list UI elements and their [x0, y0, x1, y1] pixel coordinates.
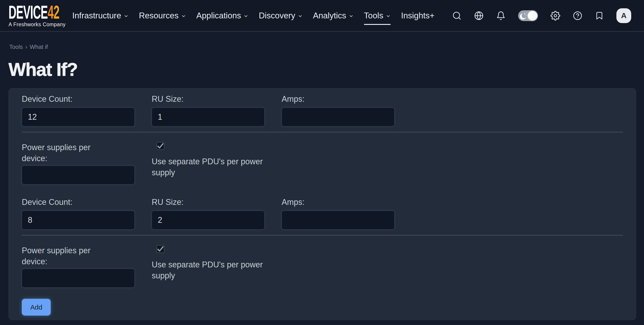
amps-field-2: Amps:: [282, 197, 394, 230]
amps-input-1[interactable]: [282, 108, 394, 126]
separate-pdu-label: Use separate PDU's per power supply: [152, 259, 264, 281]
avatar[interactable]: A: [616, 8, 631, 23]
settings-gear-icon[interactable]: [550, 11, 560, 21]
device-count-label: Device Count:: [22, 197, 135, 207]
device-count-field-1: Device Count:: [22, 94, 135, 126]
chevron-down-icon: [124, 14, 128, 18]
notifications-bell-icon[interactable]: [496, 11, 506, 20]
nav-analytics-label: Analytics: [313, 11, 346, 20]
ru-size-input-2[interactable]: [152, 211, 264, 230]
bookmark-icon[interactable]: [595, 11, 604, 20]
separate-pdu-group-1: Use separate PDU's per power supply: [152, 142, 264, 184]
ru-size-field-2: RU Size:: [152, 197, 264, 230]
separate-pdu-label: Use separate PDU's per power supply: [152, 156, 264, 178]
chevron-down-icon: [386, 14, 391, 18]
nav-resources-label: Resources: [139, 11, 178, 20]
nav-infrastructure[interactable]: Infrastructure: [72, 11, 128, 20]
page-title: What If?: [8, 60, 636, 79]
breadcrumb-current: What if: [30, 43, 48, 50]
moon-icon: [520, 12, 527, 20]
device-count-field-2: Device Count:: [22, 197, 135, 230]
device-count-input-2[interactable]: [22, 211, 135, 230]
nav-applications-label: Applications: [196, 11, 241, 20]
top-nav-bar: DEVICE42 A Freshworks Company Infrastruc…: [0, 0, 644, 32]
entry-2-counts-row: Device Count: RU Size: Amps:: [22, 197, 623, 230]
nav-insights-label: Insights+: [401, 11, 434, 20]
device42-logo-accent: 42: [48, 1, 59, 23]
entry-1-power-row: Power supplies per device: Use separate …: [22, 142, 623, 184]
device-count-input-1[interactable]: [22, 108, 135, 126]
separate-pdu-checkbox-2[interactable]: [156, 245, 164, 253]
nav-insights[interactable]: Insights+: [401, 11, 434, 20]
ru-size-label: RU Size:: [152, 94, 264, 104]
header-icons: A: [452, 8, 631, 23]
nav-applications[interactable]: Applications: [196, 11, 248, 20]
add-button[interactable]: Add: [22, 299, 51, 316]
page-content: Tools › What if What If? Device Count: R…: [0, 43, 644, 320]
amps-label: Amps:: [282, 94, 394, 104]
nav-discovery-label: Discovery: [259, 11, 295, 20]
separate-pdu-checkbox-1[interactable]: [156, 142, 164, 150]
main-nav: Infrastructure Resources Applications Di…: [72, 11, 434, 20]
device42-logo[interactable]: DEVICE42 A Freshworks Company: [8, 3, 63, 27]
ru-size-label: RU Size:: [152, 197, 264, 207]
help-icon[interactable]: [573, 11, 582, 20]
chevron-down-icon: [349, 14, 354, 18]
power-supplies-field-1: Power supplies per device:: [22, 142, 135, 184]
power-supplies-field-2: Power supplies per device:: [22, 245, 135, 288]
nav-infrastructure-label: Infrastructure: [72, 11, 121, 20]
nav-tools[interactable]: Tools: [364, 11, 391, 20]
power-supplies-label: Power supplies per device:: [22, 142, 105, 164]
divider: [22, 132, 623, 132]
toggle-knob: [528, 11, 537, 20]
divider: [22, 235, 623, 236]
device-count-label: Device Count:: [22, 94, 135, 104]
device42-logo-text: DEVICE42: [8, 3, 40, 21]
entry-2-power-row: Power supplies per device: Use separate …: [22, 245, 623, 288]
globe-icon[interactable]: [474, 11, 484, 20]
amps-label: Amps:: [282, 197, 394, 207]
nav-discovery[interactable]: Discovery: [259, 11, 302, 20]
chevron-down-icon: [181, 14, 186, 18]
power-supplies-label: Power supplies per device:: [22, 245, 105, 267]
dark-mode-toggle[interactable]: [518, 10, 538, 21]
ru-size-input-1[interactable]: [152, 108, 264, 126]
search-icon[interactable]: [452, 11, 462, 20]
breadcrumb-tools[interactable]: Tools: [9, 43, 23, 50]
chevron-down-icon: [244, 14, 248, 18]
amps-input-2[interactable]: [282, 211, 394, 230]
checkmark-icon: [157, 143, 164, 149]
chevron-down-icon: [298, 14, 303, 18]
nav-tools-label: Tools: [364, 11, 383, 20]
breadcrumb-separator: ›: [25, 43, 28, 50]
nav-analytics[interactable]: Analytics: [313, 11, 354, 20]
amps-field-1: Amps:: [282, 94, 394, 126]
breadcrumb: Tools › What if: [9, 43, 636, 50]
power-supplies-input-1[interactable]: [22, 166, 135, 184]
separate-pdu-group-2: Use separate PDU's per power supply: [152, 245, 264, 288]
ru-size-field-1: RU Size:: [152, 94, 264, 126]
nav-resources[interactable]: Resources: [139, 11, 186, 20]
checkmark-icon: [157, 246, 164, 252]
what-if-form-card: Device Count: RU Size: Amps: Power suppl…: [8, 88, 636, 320]
power-supplies-input-2[interactable]: [22, 269, 135, 288]
entry-1-counts-row: Device Count: RU Size: Amps:: [22, 94, 623, 126]
